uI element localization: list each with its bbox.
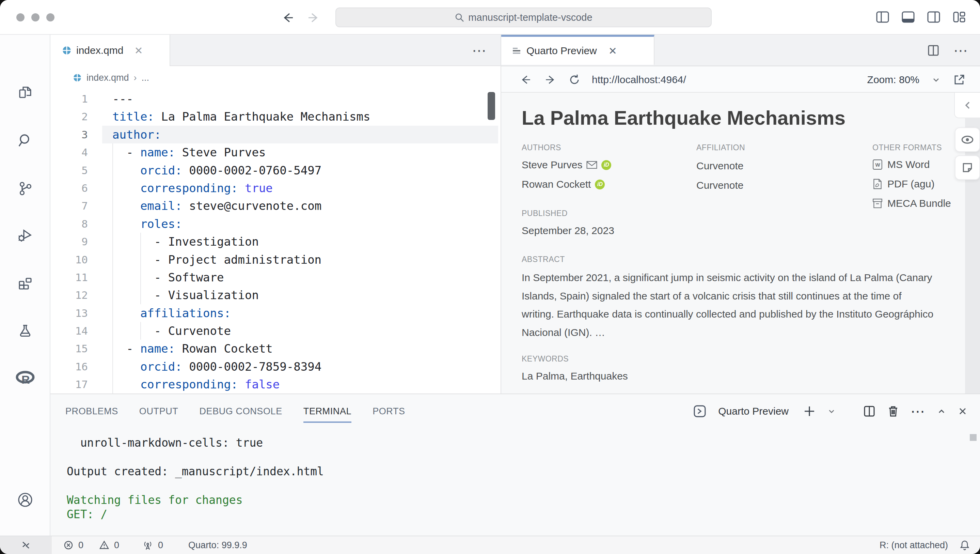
history-forward-button[interactable]: [306, 10, 321, 25]
svg-text:W: W: [875, 162, 881, 168]
errors-icon[interactable]: [63, 540, 73, 550]
terminal-output[interactable]: unroll-markdown-cells: true Output creat…: [67, 436, 324, 522]
breadcrumb[interactable]: index.qmd › ...: [50, 67, 498, 89]
code-line[interactable]: 6 corresponding: true: [50, 179, 498, 197]
collapse-sidebar-button[interactable]: [954, 93, 980, 118]
traffic-light-minimize-icon[interactable]: [31, 13, 40, 21]
code-line[interactable]: 17 corresponding: false: [50, 375, 498, 393]
code-line[interactable]: 16 orcid: 0000-0002-7859-8394: [50, 358, 498, 375]
split-editor-icon[interactable]: [927, 44, 940, 57]
history-back-button[interactable]: [281, 10, 296, 25]
orcid-icon[interactable]: iD: [595, 180, 605, 190]
tab-problems[interactable]: PROBLEMS: [65, 406, 118, 417]
testing-beaker-icon[interactable]: [17, 323, 33, 339]
zoom-level[interactable]: Zoom: 80%: [867, 74, 920, 86]
toggle-panel-icon[interactable]: [901, 10, 915, 24]
visibility-eye-button[interactable]: [955, 128, 980, 152]
code-line[interactable]: 1---: [50, 90, 498, 108]
format-link-meca[interactable]: MECA Bundle: [872, 193, 951, 213]
line-number: 13: [50, 304, 88, 322]
tab-terminal[interactable]: TERMINAL: [304, 406, 352, 417]
toggle-secondary-sidebar-icon[interactable]: [926, 10, 941, 24]
open-external-icon[interactable]: [953, 73, 966, 86]
terminal-dropdown-chevron-icon[interactable]: [827, 407, 836, 416]
extensions-icon[interactable]: [17, 276, 33, 292]
broadcast-count[interactable]: 0: [158, 540, 163, 551]
code-line[interactable]: 11 - Software: [50, 268, 498, 286]
code-line[interactable]: 15 - name: Rowan Cockett: [50, 340, 498, 358]
traffic-light-close-icon[interactable]: [16, 13, 24, 21]
tab-index-qmd[interactable]: index.qmd ✕: [50, 35, 170, 66]
panel-more-actions-icon[interactable]: ⋯: [910, 403, 926, 420]
split-terminal-icon[interactable]: [863, 405, 876, 418]
quarto-version[interactable]: Quarto: 99.9.9: [188, 540, 247, 551]
author-name: Rowan Cockett: [522, 179, 591, 190]
explorer-icon[interactable]: [17, 85, 33, 101]
code-line[interactable]: 12 - Visualization: [50, 286, 498, 304]
line-number: 4: [50, 144, 88, 161]
errors-count[interactable]: 0: [78, 540, 83, 551]
r-session-status[interactable]: R: (not attached): [880, 540, 948, 551]
code-line[interactable]: 14 - Curvenote: [50, 322, 498, 340]
kill-terminal-trash-icon[interactable]: [887, 405, 900, 418]
close-panel-icon[interactable]: [958, 406, 968, 416]
preview-forward-icon[interactable]: [544, 73, 557, 86]
format-link-pdf[interactable]: PDF (agu): [872, 174, 951, 193]
preview-more-actions-icon[interactable]: ⋯: [953, 42, 969, 59]
new-terminal-plus-icon[interactable]: [803, 405, 816, 418]
terminal-process-label[interactable]: Quarto Preview: [718, 406, 789, 417]
maximize-panel-chevron-icon[interactable]: [936, 406, 947, 416]
email-icon[interactable]: [586, 161, 597, 169]
line-number: 9: [50, 233, 88, 251]
code-line[interactable]: 4 - name: Steve Purves: [50, 144, 498, 161]
editor-actions-more-icon[interactable]: ⋯: [472, 42, 487, 59]
code-line[interactable]: 7 email: steve@curvenote.com: [50, 197, 498, 215]
chevron-down-icon[interactable]: [931, 75, 941, 85]
preview-reload-icon[interactable]: [568, 73, 581, 86]
authors-label: AUTHORS: [522, 143, 561, 152]
preview-back-icon[interactable]: [519, 73, 533, 86]
code-line[interactable]: 10 - Project administration: [50, 251, 498, 268]
code-editor[interactable]: 1---2title: La Palma Earthquake Mechanis…: [50, 89, 498, 394]
broadcast-tower-icon[interactable]: [142, 540, 153, 550]
code-line[interactable]: 2title: La Palma Earthquake Mechanisms: [50, 108, 498, 125]
tab-debug-console[interactable]: DEBUG CONSOLE: [199, 406, 282, 417]
code-line[interactable]: 13 affiliations:: [50, 304, 498, 322]
remote-indicator[interactable]: [0, 536, 52, 554]
code-line[interactable]: 9 - Investigation: [50, 233, 498, 251]
code-line[interactable]: 5 orcid: 0000-0002-0760-5497: [50, 161, 498, 179]
toggle-primary-sidebar-icon[interactable]: [875, 10, 890, 24]
customize-layout-icon[interactable]: [952, 10, 966, 24]
line-number: 16: [50, 358, 88, 375]
search-sidebar-icon[interactable]: [17, 133, 33, 149]
terminal-process-icon: [694, 405, 706, 417]
code-line[interactable]: 8 roles:: [50, 215, 498, 233]
indent-guide: [140, 322, 141, 340]
svg-text:R: R: [21, 373, 30, 386]
code-line[interactable]: 3author:: [50, 126, 498, 144]
source-control-icon[interactable]: [17, 180, 33, 196]
run-debug-icon[interactable]: [17, 227, 33, 243]
traffic-light-zoom-icon[interactable]: [46, 13, 54, 21]
preview-url[interactable]: http://localhost:4964/: [592, 74, 686, 86]
published-date: September 28, 2023: [522, 225, 614, 236]
tab-output[interactable]: OUTPUT: [139, 406, 178, 417]
terminal-scrollbar[interactable]: [970, 434, 977, 441]
tab-quarto-preview[interactable]: Quarto Preview ✕: [501, 35, 654, 65]
breadcrumb-file[interactable]: index.qmd: [86, 73, 129, 83]
warnings-icon[interactable]: [99, 540, 109, 550]
notes-page-button[interactable]: [955, 155, 980, 180]
format-link-ms-word[interactable]: W MS Word: [872, 155, 951, 174]
close-icon[interactable]: ✕: [608, 45, 617, 57]
tab-ports[interactable]: PORTS: [372, 406, 405, 417]
indent-guide: [112, 144, 113, 394]
orcid-icon[interactable]: iD: [601, 160, 611, 170]
editor-scrollbar[interactable]: [488, 92, 495, 120]
accounts-icon[interactable]: [17, 492, 33, 508]
command-center-search[interactable]: manuscript-template-vscode: [336, 8, 712, 27]
close-icon[interactable]: ✕: [134, 45, 143, 57]
notifications-bell-icon[interactable]: [959, 540, 970, 551]
warnings-count[interactable]: 0: [114, 540, 119, 551]
r-language-icon[interactable]: R: [16, 371, 35, 387]
breadcrumb-more[interactable]: ...: [142, 73, 150, 83]
